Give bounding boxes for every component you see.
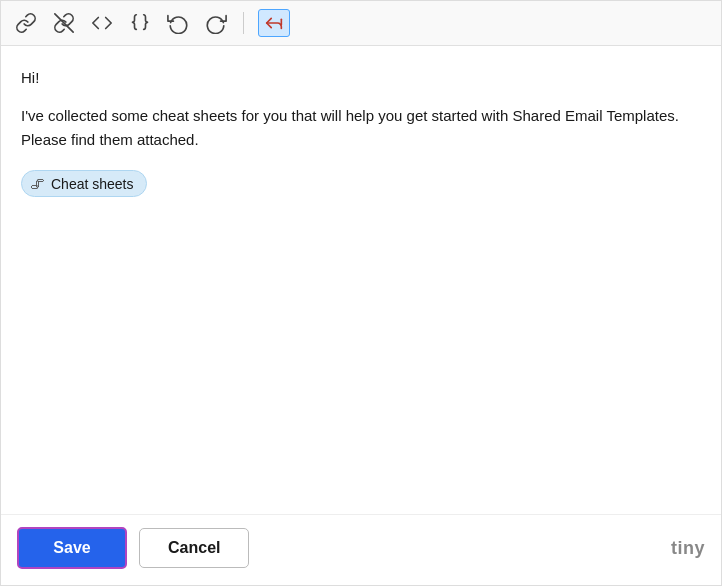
content-area: Hi! I've collected some cheat sheets for…	[1, 46, 721, 514]
attachment-label: Cheat sheets	[51, 176, 134, 192]
footer: Save Cancel tiny	[1, 514, 721, 585]
import-icon[interactable]	[258, 9, 290, 37]
code-icon[interactable]	[89, 10, 115, 36]
toolbar	[1, 1, 721, 46]
save-button[interactable]: Save	[17, 527, 127, 569]
curly-braces-icon[interactable]	[127, 10, 153, 36]
cancel-button[interactable]: Cancel	[139, 528, 249, 568]
toolbar-divider	[243, 12, 244, 34]
attachment-icon: 🖇	[30, 175, 45, 192]
attachment-chip[interactable]: 🖇 Cheat sheets	[21, 170, 147, 197]
undo-icon[interactable]	[165, 10, 191, 36]
editor-container: Hi! I've collected some cheat sheets for…	[0, 0, 722, 586]
link-icon[interactable]	[13, 10, 39, 36]
unlink-icon[interactable]	[51, 10, 77, 36]
redo-icon[interactable]	[203, 10, 229, 36]
body-text: I've collected some cheat sheets for you…	[21, 104, 701, 152]
greeting-text: Hi!	[21, 66, 701, 90]
brand-label: tiny	[671, 538, 705, 559]
